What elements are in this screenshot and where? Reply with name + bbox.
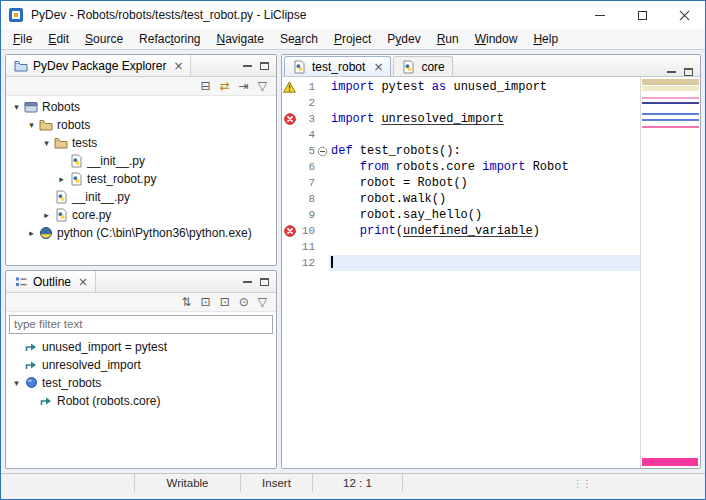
maximize-button[interactable] (621, 1, 663, 29)
collapse-arrow-icon[interactable]: ▾ (40, 138, 53, 148)
collapse-arrow-icon[interactable]: ▾ (10, 102, 23, 112)
collapse-arrow-icon[interactable]: ▾ (25, 120, 38, 130)
minimap-stripe (642, 86, 699, 91)
menu-file[interactable]: File (5, 30, 40, 48)
menu-help[interactable]: Help (525, 30, 566, 48)
code-line-6[interactable]: 6 from robots.core import Robot (282, 159, 640, 175)
package-explorer-item[interactable]: __init__.py (6, 152, 276, 170)
menu-edit[interactable]: Edit (40, 30, 77, 48)
menu-project[interactable]: Project (326, 30, 379, 48)
text-caret (331, 256, 333, 268)
menu-run[interactable]: Run (429, 30, 467, 48)
minimize-editor-button[interactable] (667, 71, 676, 73)
expand-arrow-icon[interactable]: ▸ (55, 174, 68, 184)
close-view-icon[interactable]: × (173, 59, 183, 73)
collapse-all-icon[interactable]: ⊟ (201, 80, 211, 92)
focus-on-active-task-icon[interactable]: ⇥ (239, 80, 249, 92)
code-line-5[interactable]: 5def test_robots(): (282, 143, 640, 159)
outline-tree: unused_import = pytestunresolved_import▾… (6, 336, 276, 469)
menu-source[interactable]: Source (77, 30, 131, 48)
menu-refactoring[interactable]: Refactoring (131, 30, 208, 48)
warning-marker-icon[interactable] (282, 79, 297, 95)
maximize-view-button[interactable] (260, 62, 269, 70)
error-marker-icon[interactable] (282, 111, 297, 127)
code-line-1[interactable]: 1import pytest as unused_import (282, 79, 640, 95)
code-text (329, 95, 640, 111)
package-explorer-item-label: __init__.py (72, 190, 130, 204)
link-with-editor-icon[interactable]: ⇄ (220, 80, 230, 92)
expand-arrow-icon[interactable]: ▸ (40, 210, 53, 220)
maximize-editor-button[interactable] (684, 68, 693, 76)
view-menu-icon[interactable]: ▽ (258, 296, 267, 308)
package-icon (38, 118, 54, 132)
package-explorer-item[interactable]: ▾tests (6, 134, 276, 152)
code-line-2[interactable]: 2 (282, 95, 640, 111)
code-text: robot = Robot() (329, 175, 640, 191)
marker-spacer (282, 159, 297, 175)
tab-label: test_robot (312, 60, 365, 74)
code-line-7[interactable]: 7 robot = Robot() (282, 175, 640, 191)
outline-item[interactable]: unused_import = pytest (6, 338, 276, 356)
expand-arrow-icon[interactable]: ▸ (25, 228, 38, 238)
package-explorer-item[interactable]: ▸core.py (6, 206, 276, 224)
minimap-overview-ruler[interactable] (640, 77, 700, 468)
package-explorer-item[interactable]: ▾Robots (6, 98, 276, 116)
package-explorer-item[interactable]: ▸test_robot.py (6, 170, 276, 188)
sort-alphabetically-icon[interactable]: ⇅ (182, 296, 192, 308)
outline-item[interactable]: Robot (robots.core) (6, 392, 276, 410)
collapse-arrow-icon[interactable]: ▾ (10, 378, 23, 388)
project-icon (23, 100, 39, 114)
line-number: 11 (297, 239, 316, 255)
maximize-view-button[interactable] (260, 278, 269, 286)
view-tab-outline[interactable]: Outline × (6, 271, 96, 292)
hide-non-public-icon[interactable]: ⊙ (239, 296, 249, 308)
minimize-button[interactable] (579, 1, 621, 29)
fold-spacer (316, 159, 329, 175)
menu-navigate[interactable]: Navigate (209, 30, 272, 48)
minimize-icon (595, 15, 605, 16)
minimize-view-button[interactable] (243, 281, 252, 283)
line-number: 6 (297, 159, 316, 175)
package-explorer-item[interactable]: __init__.py (6, 188, 276, 206)
close-tab-icon[interactable]: × (373, 60, 383, 74)
collapse-all-icon[interactable]: ⊡ (201, 296, 211, 308)
close-view-icon[interactable]: × (78, 275, 88, 289)
code-line-3[interactable]: 3import unresolved_import (282, 111, 640, 127)
fold-collapse-icon[interactable] (316, 143, 329, 159)
error-marker-icon[interactable] (282, 223, 297, 239)
package-explorer-item[interactable]: ▸python (C:\bin\Python36\python.exe) (6, 224, 276, 242)
editor-tab-test_robot[interactable]: test_robot× (284, 56, 391, 76)
expand-all-icon[interactable]: ⊡ (220, 296, 230, 308)
code-line-9[interactable]: 9 robot.say_hello() (282, 207, 640, 223)
code-line-12[interactable]: 12 (282, 255, 640, 271)
title-bar[interactable]: PyDev - Robots/robots/tests/test_robot.p… (1, 1, 705, 29)
minimize-view-button[interactable] (243, 65, 252, 67)
marker-spacer (282, 207, 297, 223)
code-text: from robots.core import Robot (329, 159, 640, 175)
maximize-view-icon (260, 278, 269, 286)
code-line-11[interactable]: 11 (282, 239, 640, 255)
menu-pydev[interactable]: Pydev (379, 30, 428, 48)
code-editor[interactable]: 1import pytest as unused_import23import … (282, 77, 640, 468)
package-explorer-item[interactable]: ▾robots (6, 116, 276, 134)
menu-search[interactable]: Search (272, 30, 326, 48)
outline-item[interactable]: ▾test_robots (6, 374, 276, 392)
outline-toolbar: ⇅⊡⊡⊙▽ (6, 293, 276, 312)
editor-tab-bar: test_robot×core (282, 55, 700, 77)
status-message-area (1, 474, 134, 492)
view-menu-icon[interactable]: ▽ (258, 80, 267, 92)
workbench: PyDev Package Explorer × ⊟⇄⇥▽ ▾Robots▾ro… (1, 50, 705, 473)
package-explorer-header: PyDev Package Explorer × (6, 55, 276, 77)
filter-input[interactable] (9, 315, 273, 334)
code-line-10[interactable]: 10 print(undefined_variable) (282, 223, 640, 239)
view-tab-package-explorer[interactable]: PyDev Package Explorer × (6, 55, 191, 76)
package-explorer-item-label: tests (72, 136, 97, 150)
close-button[interactable] (663, 1, 705, 29)
code-line-8[interactable]: 8 robot.walk() (282, 191, 640, 207)
code-line-4[interactable]: 4 (282, 127, 640, 143)
outline-item[interactable]: unresolved_import (6, 356, 276, 374)
editor-body: 1import pytest as unused_import23import … (282, 77, 700, 468)
view-title: Outline (33, 275, 71, 289)
editor-tab-core[interactable]: core (393, 56, 452, 76)
menu-window[interactable]: Window (467, 30, 526, 48)
